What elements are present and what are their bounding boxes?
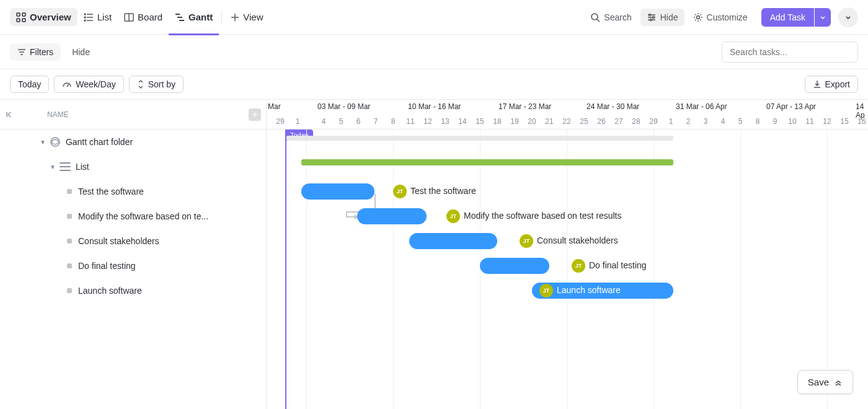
chevron-down-icon [844, 14, 852, 21]
day-cell: 2 [680, 117, 697, 126]
day-cell: 7 [367, 117, 384, 126]
task-bar[interactable] [480, 258, 549, 274]
assignee-avatar[interactable]: JT [539, 284, 553, 297]
tab-label: Board [138, 12, 162, 22]
day-cell: 29 [272, 117, 289, 126]
gantt-header: Mar 03 Mar - 09 Mar10 Mar - 16 Mar17 Mar… [267, 100, 868, 130]
subbar: Filters Hide [0, 35, 868, 69]
task-bar-label: Do final testing [589, 260, 647, 270]
tree-task[interactable]: Consult stakeholders [0, 229, 266, 253]
day-cell: 1 [662, 117, 680, 126]
folder-icon [50, 136, 61, 147]
assignee-avatar[interactable]: JT [520, 234, 533, 248]
collapse-icon[interactable] [5, 110, 14, 119]
summary-bar [286, 136, 673, 141]
add-task-dropdown[interactable] [815, 8, 831, 27]
day-cell: 25 [575, 117, 593, 126]
tree-task[interactable]: Modify the software based on te... [0, 204, 266, 229]
task-label: Do final testing [78, 261, 136, 271]
zoom-icon [62, 80, 72, 89]
gantt-body[interactable]: Today JTTest the softwareJTModify the so… [267, 130, 868, 409]
assignee-avatar[interactable]: JT [572, 259, 585, 273]
week-cell: 17 Mar - 23 Mar [498, 102, 551, 111]
add-task-button[interactable]: Add Task [761, 8, 814, 27]
main: NAME + ▼ Gantt chart folder ▼ List Test … [0, 99, 868, 409]
day-row: 2914567811121314151819202122252627282912… [267, 115, 868, 130]
folder-label: Gantt chart folder [66, 137, 133, 147]
day-cell: 27 [610, 117, 627, 126]
assignee-avatar[interactable]: JT [446, 209, 460, 223]
week-day-button[interactable]: Week/Day [54, 76, 123, 93]
day-cell: 21 [541, 117, 558, 126]
controls-bar: Today Week/Day Sort by Export [0, 69, 868, 99]
day-cell: 22 [558, 117, 575, 126]
customize-button[interactable]: Customize [687, 9, 754, 26]
filters-button[interactable]: Filters [10, 43, 61, 61]
day-cell: 15 [836, 117, 853, 126]
search-button[interactable]: Search [584, 9, 637, 26]
add-column-button[interactable]: + [249, 108, 261, 121]
download-icon [813, 80, 822, 89]
task-label: Consult stakeholders [78, 236, 159, 246]
tree-task[interactable]: Do final testing [0, 253, 266, 278]
day-cell: 15 [471, 117, 489, 126]
sidebar-header: NAME + [0, 100, 266, 130]
day-cell: 16 [853, 117, 868, 126]
svg-point-23 [652, 16, 654, 18]
tree-task[interactable]: Test the software [0, 179, 266, 204]
list-icon [60, 162, 71, 171]
day-cell: 18 [489, 117, 506, 126]
caret-down-icon: ▼ [40, 139, 46, 146]
status-dot [67, 214, 72, 219]
chevron-double-up-icon [834, 378, 843, 387]
day-cell: 10 [784, 117, 801, 126]
sort-icon [137, 80, 144, 89]
day-cell: 5 [332, 117, 350, 126]
day-cell: 4 [315, 117, 332, 126]
status-dot [67, 239, 72, 244]
label: Today [18, 79, 41, 89]
label: Save [808, 377, 829, 387]
group-bar[interactable] [301, 159, 673, 165]
board-icon [124, 12, 134, 22]
label: Sort by [148, 79, 175, 89]
day-cell: 12 [419, 117, 436, 126]
gantt-icon [175, 12, 185, 22]
task-bar-label: Consult stakeholders [537, 235, 618, 245]
tab-overview[interactable]: Overview [10, 8, 78, 26]
tab-label: Gantt [188, 12, 213, 22]
week-row: Mar 03 Mar - 09 Mar10 Mar - 16 Mar17 Mar… [267, 100, 868, 115]
task-label: Modify the software based on te... [78, 211, 208, 221]
sliders-icon [647, 12, 657, 22]
day-cell: 5 [732, 117, 749, 126]
sort-by-button[interactable]: Sort by [129, 76, 184, 93]
list-icon [84, 12, 94, 22]
tab-list[interactable]: List [78, 8, 118, 26]
svg-rect-0 [17, 13, 20, 16]
tab-add-view[interactable]: View [224, 8, 269, 26]
hide-link[interactable]: Hide [66, 43, 96, 61]
week-cell: 07 Apr - 13 Apr [766, 102, 816, 111]
tree-folder[interactable]: ▼ Gantt chart folder [0, 130, 266, 154]
day-cell: 28 [627, 117, 645, 126]
tab-gantt[interactable]: Gantt [169, 8, 219, 26]
label: Search [604, 12, 631, 22]
task-bar[interactable] [301, 183, 374, 200]
task-bar[interactable] [357, 208, 427, 224]
export-button[interactable]: Export [805, 76, 858, 93]
hide-button[interactable]: Hide [640, 9, 684, 26]
assignee-avatar[interactable]: JT [393, 185, 407, 198]
tab-label: List [97, 12, 112, 22]
day-cell: 9 [766, 117, 784, 126]
tab-board[interactable]: Board [118, 8, 169, 26]
save-button[interactable]: Save [797, 370, 853, 394]
search-input[interactable] [722, 42, 858, 63]
name-header: NAME [47, 110, 69, 119]
task-bar[interactable] [409, 233, 497, 249]
week-cell: 24 Mar - 30 Mar [587, 102, 639, 111]
today-button[interactable]: Today [10, 76, 49, 93]
tree-task[interactable]: Launch software [0, 278, 266, 303]
more-button[interactable] [838, 7, 858, 27]
gantt-area: Mar 03 Mar - 09 Mar10 Mar - 16 Mar17 Mar… [267, 99, 868, 409]
tree-list[interactable]: ▼ List [0, 154, 266, 179]
